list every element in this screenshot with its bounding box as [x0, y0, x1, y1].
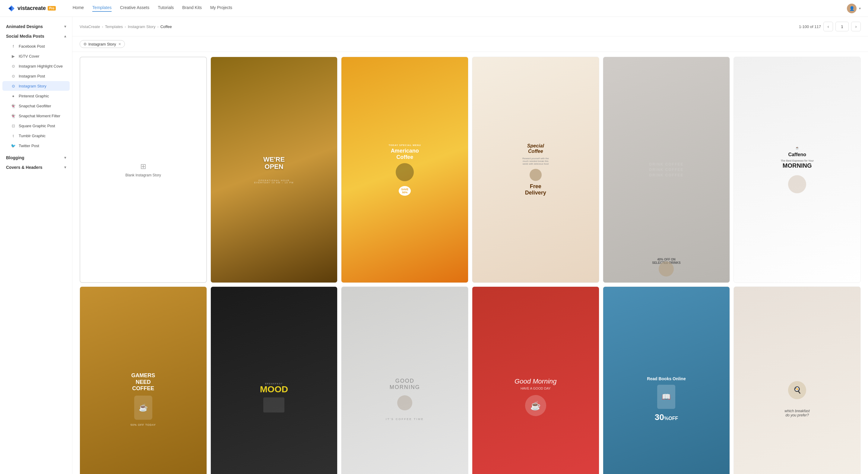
- blank-template-card[interactable]: ⊞ Blank Instagram Story: [80, 57, 207, 283]
- chevron-down-icon[interactable]: ▾: [859, 6, 861, 10]
- sidebar-item-label: Twitter Post: [19, 144, 39, 148]
- breadcrumb-templates[interactable]: Templates: [105, 24, 123, 29]
- breadcrumb-vistacreate[interactable]: VistaCreate: [80, 24, 100, 29]
- pagination-range: 1-100 of 117: [799, 24, 821, 29]
- page-number-input[interactable]: [835, 22, 849, 31]
- sidebar-item-facebook-post[interactable]: f Facebook Post: [2, 41, 70, 51]
- card-small-2: TODAY SPECIAL MENU: [389, 144, 421, 147]
- good-morning-8: GOODMORNING: [390, 378, 420, 390]
- instagram-highlight-icon: ⊙: [11, 64, 16, 68]
- espresso-5: The Best Espresso for Your: [780, 159, 814, 162]
- card-overlay-8: GOODMORNING IT'S COFFEE TIME: [341, 287, 468, 474]
- caffeno-5: Caffeno: [788, 152, 806, 157]
- sidebar: Animated Designs ▾ Social Media Posts ▴ …: [0, 17, 72, 474]
- template-card-5[interactable]: ☕ Caffeno The Best Espresso for Your MOR…: [734, 57, 861, 283]
- instagram-filter-icon: ⊙: [84, 42, 87, 46]
- sidebar-item-square-graphic[interactable]: ⊡ Square Graphic Post: [2, 121, 70, 131]
- sidebar-item-snapchat-moment[interactable]: 👻 Snapchat Moment Filter: [2, 111, 70, 121]
- facebook-icon: f: [11, 44, 16, 49]
- book-emoji-10: 📖: [662, 392, 671, 401]
- sidebar-item-igtv-cover[interactable]: ▶ IGTV Cover: [2, 51, 70, 61]
- cup-icon-3: [530, 169, 542, 181]
- covers-label: Covers & Headers: [6, 165, 42, 170]
- template-card-1[interactable]: WE'REOPEN OPERATIONAL HOUREVERYDAY 10 AM…: [211, 57, 338, 283]
- template-card-6[interactable]: GAMERSNEEDCOFFEE ☕ 50% OFF TODAY: [80, 286, 207, 474]
- cup-9: ☕: [525, 395, 546, 416]
- filter-tag-instagram-story[interactable]: ⊙ Instagram Story ×: [80, 40, 125, 48]
- sidebar-item-label: Snapchat Moment Filter: [19, 114, 60, 118]
- cup-4: [603, 261, 730, 277]
- template-card-2[interactable]: TODAY SPECIAL MENU AmericanoCoffee SAVE5…: [341, 57, 468, 283]
- template-card-8[interactable]: GOODMORNING IT'S COFFEE TIME: [341, 286, 468, 474]
- card-subtitle-3: FreeDelivery: [525, 183, 546, 196]
- cup-8: [397, 395, 412, 410]
- nav-creative-assets[interactable]: Creative Assets: [120, 5, 149, 12]
- card-overlay-5: ☕ Caffeno The Best Espresso for Your MOR…: [734, 57, 861, 283]
- snapchat-moment-icon: 👻: [11, 114, 16, 118]
- template-card-3[interactable]: SpecialCoffee Reward yourself with themu…: [472, 57, 599, 283]
- avatar[interactable]: 👤: [847, 4, 857, 13]
- template-card-9[interactable]: Good Morning HAVE A GOOD DAY ☕: [472, 286, 599, 474]
- breadcrumb-instagram-story[interactable]: Instagram Story: [128, 24, 156, 29]
- sidebar-item-label: Instagram Post: [19, 74, 45, 78]
- card-overlay-11: 🍳 which breakfastdo you prefer?: [734, 287, 861, 474]
- book-icon-10: 📖: [657, 385, 675, 409]
- card-overlay-10: Read Books Online 📖 30%OFF: [603, 287, 730, 474]
- card-title-1: WE'REOPEN: [263, 156, 285, 170]
- breadcrumb-current: Coffee: [160, 24, 172, 29]
- card-title-3: SpecialCoffee: [527, 143, 544, 154]
- template-card-11[interactable]: 🍳 which breakfastdo you prefer?: [734, 286, 861, 474]
- nav-tutorials[interactable]: Tutorials: [158, 5, 174, 12]
- chevron-icon-blogging: ▾: [64, 156, 66, 160]
- chevron-icon-animated: ▾: [64, 24, 66, 29]
- card-overlay-3: SpecialCoffee Reward yourself with themu…: [472, 57, 599, 283]
- template-grid: ⊞ Blank Instagram Story WE'REOPEN OPERAT…: [72, 52, 868, 474]
- d2: DRINK COFFEE: [649, 168, 683, 172]
- template-card-4[interactable]: DRINK COFFEE DRINK COFFEE DRINK COFFEE 4…: [603, 57, 730, 283]
- sidebar-section-social[interactable]: Social Media Posts ▴: [0, 31, 72, 41]
- sidebar-item-pinterest[interactable]: ● Pinterest Graphic: [2, 91, 70, 101]
- mood-7: MOOD: [260, 385, 288, 394]
- sidebar-item-label: Pinterest Graphic: [19, 94, 49, 98]
- prev-page-button[interactable]: ‹: [824, 22, 833, 31]
- next-page-button[interactable]: ›: [851, 22, 861, 31]
- breakfast-prefer-11: which breakfastdo you prefer?: [784, 409, 809, 417]
- sidebar-item-instagram-post[interactable]: ⊙ Instagram Post: [2, 71, 70, 81]
- filter-tag-remove-button[interactable]: ×: [119, 42, 121, 46]
- sidebar-section-covers[interactable]: Covers & Headers ▾: [0, 162, 72, 172]
- pinterest-icon: ●: [11, 93, 16, 98]
- coffee-cup-emoji-5: ☕: [795, 146, 799, 150]
- breadcrumb-bar: VistaCreate › Templates › Instagram Stor…: [72, 17, 868, 36]
- nav-brand-kits[interactable]: Brand Kits: [182, 5, 202, 12]
- template-card-10[interactable]: Read Books Online 📖 30%OFF: [603, 286, 730, 474]
- card-subtitle-1: OPERATIONAL HOUREVERYDAY 10 AM – 10 PM: [254, 180, 294, 184]
- breadcrumb-sep-2: ›: [125, 24, 126, 29]
- animated-designs-label: Animated Designs: [6, 24, 43, 29]
- sidebar-item-snapchat-geo[interactable]: 👻 Snapchat Geofilter: [2, 101, 70, 110]
- template-card-7[interactable]: BREAKFAST MOOD: [211, 286, 338, 474]
- sidebar-item-instagram-highlight[interactable]: ⊙ Instagram Highlight Cove: [2, 61, 70, 71]
- fifty-off-6: 50% OFF TODAY: [131, 423, 156, 426]
- cup-5: [788, 175, 806, 193]
- cup-circle-4: [659, 261, 674, 277]
- nav-home[interactable]: Home: [73, 5, 84, 12]
- filter-tag-label: Instagram Story: [88, 42, 116, 46]
- card-overlay-2: TODAY SPECIAL MENU AmericanoCoffee SAVE5…: [341, 57, 468, 283]
- have-day-9: HAVE A GOOD DAY: [521, 386, 551, 390]
- snapchat-geo-icon: 👻: [11, 103, 16, 108]
- main-content: VistaCreate › Templates › Instagram Stor…: [72, 17, 868, 474]
- square-graphic-icon: ⊡: [11, 123, 16, 128]
- chevron-icon-covers: ▾: [64, 165, 66, 169]
- breadcrumb-sep-1: ›: [102, 24, 103, 29]
- nav-my-projects[interactable]: My Projects: [210, 5, 232, 12]
- sidebar-item-label: Square Graphic Post: [19, 124, 55, 128]
- sidebar-item-instagram-story[interactable]: ⊙ Instagram Story: [2, 81, 70, 91]
- sidebar-section-blogging[interactable]: Blogging ▾: [0, 153, 72, 162]
- sidebar-item-label: Tumblr Graphic: [19, 134, 45, 138]
- logo-icon: [7, 4, 16, 13]
- sidebar-section-animated[interactable]: Animated Designs ▾: [0, 22, 72, 31]
- food-7: [263, 398, 284, 412]
- sidebar-item-tumblr[interactable]: t Tumblr Graphic: [2, 131, 70, 140]
- sidebar-item-twitter[interactable]: 🐦 Twitter Post: [2, 141, 70, 151]
- nav-templates[interactable]: Templates: [92, 5, 112, 12]
